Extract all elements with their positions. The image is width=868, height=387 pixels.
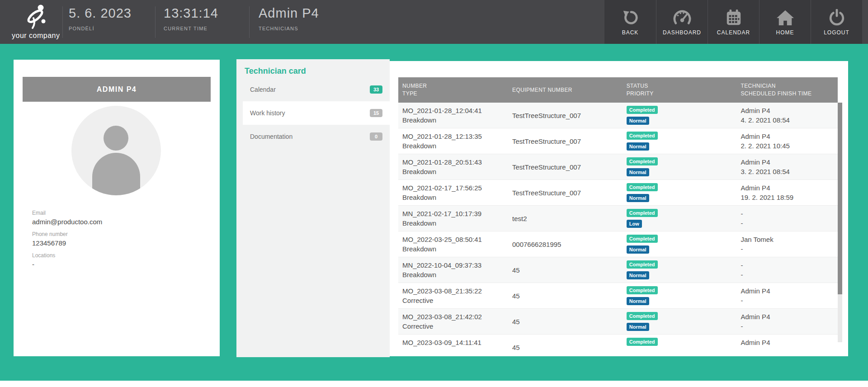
work-order-type: Breakdown — [402, 167, 508, 176]
table-header: NUMBER TYPE EQUIPMENT NUMBER STATUS PRIO… — [398, 77, 838, 103]
profile-fields: Email admin@productoo.com Phone number 1… — [32, 204, 204, 268]
technician-name: Admin P4 — [741, 183, 838, 193]
priority-badge: Normal — [627, 245, 649, 254]
table-row[interactable]: MO_2021-01-28_20:51:43 Breakdown TestTre… — [398, 154, 838, 180]
cell-equipment-number: TestTreeStructure_007 — [508, 154, 623, 179]
table-row[interactable]: MO_2023-03-08_21:35:22 Corrective 45 Com… — [398, 283, 838, 309]
table-row[interactable]: MO_2022-03-25_08:50:41 Breakdown 0007666… — [398, 231, 838, 257]
cell-number-type: MO_2021-02-17_17:56:25 Breakdown — [398, 180, 508, 205]
table-row[interactable]: MO_2021-01-28_12:13:35 Breakdown TestTre… — [398, 128, 838, 154]
cell-status-priority: Completed Normal — [623, 283, 737, 308]
status-badge: Completed — [627, 235, 658, 243]
topbar-divider — [249, 6, 250, 38]
menu-title: Technician card — [245, 66, 306, 76]
cell-technician-finish: Jan Tomek - — [736, 231, 838, 257]
table-scrollbar-thumb[interactable] — [838, 103, 842, 294]
cell-status-priority: Completed Normal — [623, 231, 737, 257]
table-scrollbar-track[interactable] — [838, 103, 842, 342]
menu-item-work-history[interactable]: Work history 15 — [243, 101, 390, 125]
cell-number-type: MO_2021-01-28_20:51:43 Breakdown — [398, 154, 508, 179]
scheduled-finish-time: 3. 2. 2021 08:54 — [741, 167, 838, 176]
table-row[interactable]: MO_2023-03-08_21:42:02 Corrective 45 Com… — [398, 309, 838, 335]
home-button[interactable]: HOME — [759, 0, 811, 44]
calendar-button[interactable]: CALENDAR — [708, 0, 759, 44]
menu-item-label: Calendar — [250, 86, 276, 93]
technician-name: - — [741, 260, 838, 270]
logout-button-label: LOGOUT — [824, 29, 849, 36]
cell-equipment-number: 45 — [508, 309, 623, 334]
menu-item-label: Documentation — [250, 133, 292, 140]
status-badge: Completed — [627, 312, 658, 320]
cell-equipment-number: 45 — [508, 335, 623, 356]
current-time-label: CURRENT TIME — [164, 26, 218, 31]
avatar-person-icon — [104, 126, 128, 151]
work-order-number: MO_2023-03-09_14:11:41 — [402, 338, 508, 347]
priority-badge: Normal — [627, 271, 649, 279]
equipment-number: TestTreeStructure_007 — [512, 162, 581, 172]
header-equipment-number: EQUIPMENT NUMBER — [508, 77, 623, 103]
table-row[interactable]: MO_2023-03-09_14:11:41 45 Completed Admi… — [398, 335, 838, 356]
cell-status-priority: Completed Normal — [623, 309, 737, 334]
screen: your company 5. 6. 2023 PONDĚLÍ 13:31:14… — [0, 0, 868, 387]
table-row[interactable]: MO_2021-02-17_17:56:25 Breakdown TestTre… — [398, 180, 838, 206]
work-order-type: Corrective — [402, 296, 508, 305]
equipment-number: TestTreeStructure_007 — [512, 111, 581, 120]
technician-name: - — [741, 209, 838, 218]
work-order-number: MN_2022-10-04_09:37:33 — [402, 260, 508, 270]
current-day: PONDĚLÍ — [69, 26, 132, 31]
company-logo: your company — [10, 2, 69, 42]
home-icon — [776, 8, 794, 27]
equipment-number: test2 — [512, 214, 527, 223]
menu-item-calendar[interactable]: Calendar 33 — [243, 78, 390, 101]
cell-technician-finish: - - — [736, 257, 838, 283]
equipment-number: 45 — [512, 317, 520, 326]
cell-equipment-number: TestTreeStructure_007 — [508, 103, 623, 128]
table-row[interactable]: MN_2022-10-04_09:37:33 Breakdown 45 Comp… — [398, 257, 838, 283]
work-order-number: MO_2023-03-08_21:35:22 — [402, 286, 508, 296]
logout-icon — [828, 8, 845, 27]
table-row[interactable]: MN_2021-02-17_10:17:39 Breakdown test2 C… — [398, 206, 838, 231]
technician-name-bar: ADMIN P4 — [23, 77, 211, 102]
work-order-number: MO_2021-01-28_12:13:35 — [402, 132, 508, 141]
logout-button[interactable]: LOGOUT — [811, 0, 862, 44]
email-value: admin@productoo.com — [32, 218, 204, 226]
count-badge: 0 — [370, 132, 382, 141]
table-row[interactable]: MO_2021-01-28_12:04:41 Breakdown TestTre… — [398, 103, 838, 128]
back-icon — [622, 8, 639, 27]
topbar-buttons: BACK DASHBOARD — [604, 0, 862, 44]
cell-status-priority: Completed Normal — [623, 257, 737, 283]
equipment-number: 45 — [512, 343, 520, 352]
work-order-number: MO_2023-03-08_21:42:02 — [402, 312, 508, 321]
dashboard-button[interactable]: DASHBOARD — [656, 0, 708, 44]
technician-name: Admin P4 — [741, 157, 838, 167]
priority-badge: Normal — [627, 168, 649, 176]
cell-equipment-number: TestTreeStructure_007 — [508, 128, 623, 154]
menu-item-documentation[interactable]: Documentation 0 — [243, 125, 390, 148]
home-button-label: HOME — [776, 29, 794, 36]
locations-value: - — [32, 260, 204, 268]
header-number-type: NUMBER TYPE — [398, 77, 508, 103]
cell-number-type: MO_2022-03-25_08:50:41 Breakdown — [398, 231, 508, 257]
cell-number-type: MO_2021-01-28_12:13:35 Breakdown — [398, 128, 508, 154]
cell-equipment-number: 45 — [508, 257, 623, 283]
status-badge: Completed — [627, 338, 658, 346]
cell-number-type: MN_2022-10-04_09:37:33 Breakdown — [398, 257, 508, 283]
technician-name: Jan Tomek — [741, 235, 838, 244]
date-block: 5. 6. 2023 PONDĚLÍ — [69, 6, 132, 31]
work-order-type: Breakdown — [402, 115, 508, 125]
scheduled-finish-time: - — [741, 218, 838, 228]
current-date: 5. 6. 2023 — [69, 6, 132, 21]
header-technician-finish: TECHNICIAN SCHEDULED FINISH TIME — [736, 77, 838, 103]
cell-technician-finish: Admin P4 — [736, 335, 838, 356]
back-button[interactable]: BACK — [604, 0, 656, 44]
cell-status-priority: Completed Normal — [623, 103, 737, 128]
cell-technician-finish: - - — [736, 206, 838, 231]
menu-list: Calendar 33 Work history 15 Documentatio… — [236, 78, 390, 148]
avatar — [71, 106, 161, 195]
scheduled-finish-time: 19. 2. 2021 18:59 — [741, 193, 838, 202]
phone-value: 123456789 — [32, 239, 204, 247]
scheduled-finish-time: 2. 2. 2021 10:45 — [741, 141, 838, 151]
count-badge: 15 — [370, 109, 382, 117]
company-logo-text: your company — [12, 32, 69, 40]
technician-name: Admin P4 — [741, 132, 838, 141]
